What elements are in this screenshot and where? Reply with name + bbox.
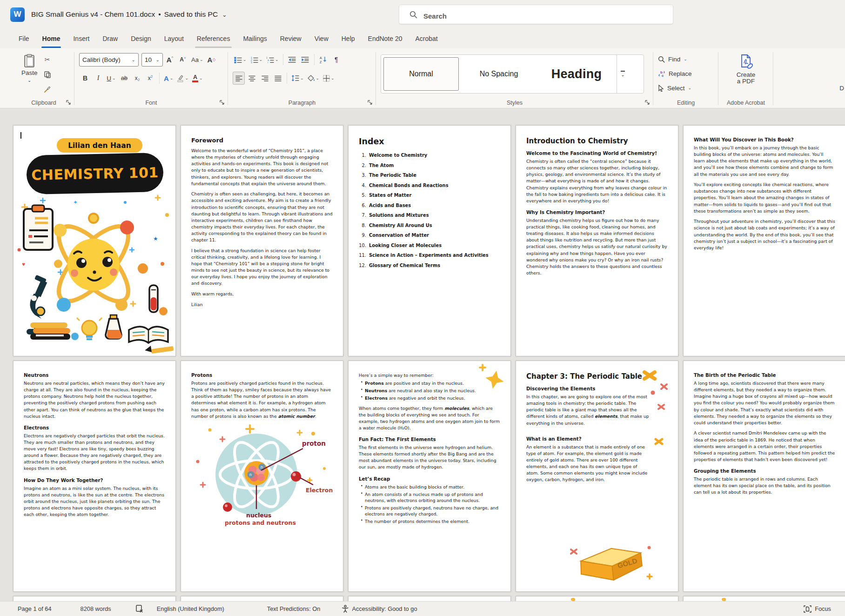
electrons-heading: Electrons <box>24 425 165 430</box>
shrink-font-button[interactable]: A˅ <box>177 53 189 66</box>
tab-help[interactable]: Help <box>335 29 362 48</box>
increase-indent-button[interactable] <box>299 53 311 66</box>
page-sliver[interactable] <box>683 596 845 601</box>
title-separator-dot: • <box>158 10 161 19</box>
proofing-icon[interactable] <box>135 605 144 613</box>
cut-button[interactable]: ✂ <box>41 53 54 66</box>
focus-toggle[interactable]: Focus <box>804 605 831 613</box>
tab-mailings[interactable]: Mailings <box>236 29 273 48</box>
change-case-button[interactable]: Aa⌄ <box>190 53 204 66</box>
tab-layout[interactable]: Layout <box>158 29 190 48</box>
create-pdf-button[interactable]: Create a PDF <box>733 52 759 96</box>
font-color-button[interactable]: A ⌄ <box>191 72 204 85</box>
bold-button[interactable]: B <box>79 72 91 85</box>
tab-file[interactable]: File <box>12 29 36 48</box>
tab-review[interactable]: Review <box>274 29 308 48</box>
dictate-button-partial[interactable]: D <box>839 85 844 92</box>
superscript-button[interactable]: x2 <box>144 72 156 85</box>
format-painter-button[interactable] <box>41 83 54 96</box>
page-discover[interactable]: What Will You Discover in This Book? In … <box>683 125 845 356</box>
paste-button[interactable]: Paste ⌄ <box>18 52 41 96</box>
style-heading[interactable]: Heading <box>539 57 614 91</box>
bullets-icon <box>234 56 242 63</box>
page-remember[interactable]: Here’s a simple way to remember: Protons… <box>348 361 511 592</box>
replace-button[interactable]: bc Replace <box>658 67 692 80</box>
grow-font-button[interactable]: A^ <box>164 53 176 66</box>
scissors-icon: ✂ <box>45 56 50 63</box>
paragraph-dialog-launcher[interactable] <box>367 100 373 106</box>
find-button[interactable]: Find⌄ <box>658 53 692 65</box>
label-nucleus-sub: protons and neutrons <box>225 519 296 526</box>
tab-acrobat[interactable]: Acrobat <box>409 29 444 48</box>
styles-dialog-launcher[interactable] <box>644 100 651 106</box>
page-particles[interactable]: Neutrons Neutrons are neutral particles,… <box>13 361 176 592</box>
bullets-button[interactable]: ⌄ <box>233 53 248 66</box>
tab-references[interactable]: References <box>190 29 237 48</box>
search-input[interactable]: Search <box>399 5 673 24</box>
page-protons[interactable]: Protons Protons are positively charged p… <box>181 361 343 592</box>
language-indicator[interactable]: English (United Kingdom) <box>157 605 224 612</box>
underline-icon: U <box>107 75 111 82</box>
line-spacing-button[interactable]: ⌄ <box>290 72 305 85</box>
page-sliver[interactable] <box>181 596 343 601</box>
decrease-indent-button[interactable] <box>286 53 298 66</box>
numbering-icon: 123 <box>250 56 258 63</box>
text-predictions-indicator[interactable]: Text Predictions: On <box>267 605 321 612</box>
label-nucleus: nucleus <box>246 512 271 519</box>
page-chapter3[interactable]: Chapter 3: The Periodic Table Discoverin… <box>516 361 678 592</box>
clear-formatting-button[interactable]: A◇ <box>205 53 217 66</box>
align-left-button[interactable] <box>233 72 245 85</box>
style-no-spacing[interactable]: No Spacing <box>461 57 537 91</box>
paste-dropdown-icon[interactable]: ⌄ <box>27 78 31 83</box>
styles-more-button[interactable]: ⌄ <box>617 55 629 93</box>
tab-view[interactable]: View <box>308 29 335 48</box>
tab-endnote[interactable]: EndNote 20 <box>362 29 409 48</box>
select-button[interactable]: Select⌄ <box>658 82 692 94</box>
clipboard-dialog-launcher[interactable] <box>66 100 72 106</box>
line-spacing-icon <box>291 75 299 81</box>
tab-draw[interactable]: Draw <box>96 29 124 48</box>
flask-illustration <box>106 315 122 339</box>
justify-button[interactable] <box>272 72 284 85</box>
text-effects-button[interactable]: A⌄ <box>162 72 174 85</box>
document-title[interactable]: BIG Small Genius v4 - Chem 101.docx • Sa… <box>31 10 227 19</box>
word-app-icon[interactable]: W <box>10 7 25 22</box>
font-size-select[interactable]: 10⌄ <box>141 53 163 67</box>
numbering-button[interactable]: 123 ⌄ <box>249 53 264 66</box>
style-normal[interactable]: Normal <box>383 57 459 91</box>
chevron-down-icon[interactable]: ⌄ <box>222 11 227 18</box>
align-center-button[interactable] <box>246 72 258 85</box>
font-dialog-launcher[interactable] <box>219 100 225 106</box>
tab-home[interactable]: Home <box>36 29 67 48</box>
font-name-select[interactable]: Calibri (Body)⌄ <box>79 53 139 67</box>
highlight-button[interactable]: ⌄ <box>175 72 190 85</box>
word-count[interactable]: 8208 words <box>80 605 111 612</box>
accessibility-indicator[interactable]: Accessibility: Good to go <box>342 605 417 613</box>
underline-button[interactable]: U⌄ <box>105 72 117 85</box>
tab-insert[interactable]: Insert <box>67 29 96 48</box>
copy-button[interactable] <box>41 68 54 81</box>
borders-button[interactable]: ⌄ <box>322 72 336 85</box>
replace-icon: bc <box>658 70 665 77</box>
page-cover[interactable]: Lilian den Haan CHEMISTRY 101 ✹ ✦★ ♥✦ <box>13 125 176 356</box>
shading-button[interactable]: ⌄ <box>306 72 321 85</box>
page-indicator[interactable]: Page 1 of 64 <box>18 605 52 612</box>
multilevel-list-button[interactable]: 1ai ⌄ <box>265 53 280 66</box>
page-birth[interactable]: The Birth of the Periodic Table A long t… <box>683 361 845 592</box>
strikethrough-icon: ab <box>121 75 127 81</box>
tab-design[interactable]: Design <box>124 29 158 48</box>
align-right-button[interactable] <box>259 72 271 85</box>
page-foreword[interactable]: Foreword Welcome to the wonderful world … <box>181 125 343 356</box>
page-sliver[interactable] <box>348 596 511 601</box>
document-canvas[interactable]: Lilian den Haan CHEMISTRY 101 ✹ ✦★ ♥✦ <box>0 108 845 601</box>
page-sliver[interactable] <box>13 596 176 601</box>
strikethrough-button[interactable]: ab <box>118 72 130 85</box>
page-index[interactable]: Index 1.Welcome to Chemistry 2.The Atom … <box>348 125 511 356</box>
sort-button[interactable]: AZ <box>317 53 329 66</box>
subscript-button[interactable]: x2 <box>131 72 143 85</box>
show-paragraph-marks-button[interactable]: ¶ <box>330 53 342 66</box>
italic-button[interactable]: I <box>92 72 104 85</box>
svg-text:★: ★ <box>153 235 158 242</box>
page-sliver[interactable] <box>516 596 678 601</box>
page-introduction[interactable]: Introduction to Chemistry Welcome to the… <box>516 125 678 356</box>
